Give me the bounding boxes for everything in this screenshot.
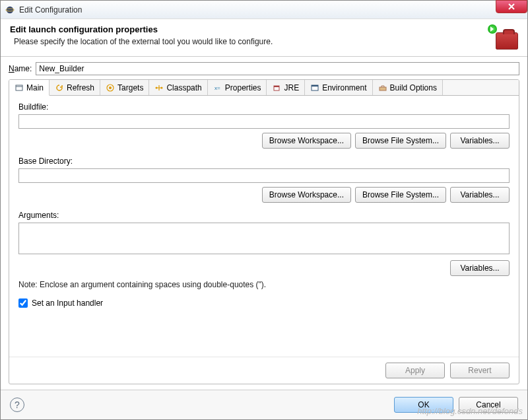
input-handler-label: Set an Input handler bbox=[32, 298, 103, 308]
main-tab-icon bbox=[15, 83, 24, 92]
tab-properties[interactable]: x= Properties bbox=[208, 80, 267, 95]
tab-main[interactable]: Main bbox=[9, 80, 50, 96]
arguments-label: Arguments: bbox=[18, 211, 510, 220]
tab-classpath[interactable]: Classpath bbox=[149, 80, 207, 95]
header-subtitle: Please specify the location of the exter… bbox=[14, 37, 485, 46]
basedir-input[interactable] bbox=[18, 168, 510, 183]
header-title: Edit launch configuration properties bbox=[10, 24, 485, 34]
dialog-window: Edit Configuration Edit launch configura… bbox=[0, 0, 528, 420]
basedir-label: Base Directory: bbox=[18, 157, 510, 166]
tab-targets[interactable]: Targets bbox=[100, 80, 149, 95]
basedir-browse-filesystem-button[interactable]: Browse File System... bbox=[355, 187, 446, 203]
basedir-browse-workspace-button[interactable]: Browse Workspace... bbox=[262, 187, 351, 203]
window-title: Edit Configuration bbox=[19, 5, 82, 15]
refresh-icon bbox=[55, 83, 64, 92]
jre-icon bbox=[272, 83, 281, 92]
tab-folder: Main Refresh Targets Classpath x= Proper… bbox=[9, 79, 519, 384]
titlebar: Edit Configuration bbox=[1, 1, 527, 19]
cancel-button[interactable]: Cancel bbox=[459, 397, 518, 413]
external-tools-icon bbox=[492, 26, 518, 50]
classpath-icon bbox=[154, 83, 164, 92]
arguments-note: Note: Enclose an argument containing spa… bbox=[18, 280, 510, 289]
targets-icon bbox=[106, 83, 115, 92]
tab-build-options[interactable]: Build Options bbox=[373, 80, 443, 95]
close-button[interactable] bbox=[496, 0, 527, 13]
toolbox-icon bbox=[496, 32, 518, 50]
build-options-icon bbox=[378, 83, 387, 92]
tab-environment[interactable]: Environment bbox=[305, 80, 372, 95]
tab-jre[interactable]: JRE bbox=[267, 80, 305, 95]
arguments-variables-button[interactable]: Variables... bbox=[450, 260, 510, 276]
main-tab-content: Buildfile: Browse Workspace... Browse Fi… bbox=[9, 96, 519, 357]
name-input[interactable] bbox=[36, 62, 519, 75]
help-button[interactable]: ? bbox=[10, 398, 24, 412]
arguments-input[interactable] bbox=[18, 223, 510, 254]
svg-point-0 bbox=[7, 6, 14, 13]
svg-rect-12 bbox=[312, 85, 318, 87]
apply-revert-row: Apply Revert bbox=[9, 357, 519, 384]
svg-point-7 bbox=[161, 87, 163, 88]
name-label: Name: bbox=[9, 64, 32, 73]
ok-button[interactable]: OK bbox=[394, 397, 453, 413]
revert-button[interactable]: Revert bbox=[450, 363, 510, 378]
apply-button[interactable]: Apply bbox=[385, 363, 445, 378]
basedir-variables-button[interactable]: Variables... bbox=[450, 187, 510, 203]
name-row: Name: bbox=[9, 62, 519, 75]
tabs: Main Refresh Targets Classpath x= Proper… bbox=[9, 80, 519, 96]
svg-point-6 bbox=[156, 87, 158, 88]
buildfile-input[interactable] bbox=[18, 114, 510, 129]
footer: ? OK Cancel bbox=[1, 390, 527, 419]
properties-icon: x= bbox=[213, 83, 222, 92]
header: Edit launch configuration properties Ple… bbox=[1, 19, 527, 57]
tab-refresh[interactable]: Refresh bbox=[50, 80, 100, 95]
buildfile-label: Buildfile: bbox=[18, 102, 510, 112]
input-handler-checkbox[interactable] bbox=[18, 298, 28, 308]
buildfile-browse-filesystem-button[interactable]: Browse File System... bbox=[355, 133, 446, 149]
svg-rect-10 bbox=[274, 86, 279, 87]
buildfile-variables-button[interactable]: Variables... bbox=[450, 133, 510, 149]
environment-icon bbox=[310, 83, 319, 92]
svg-rect-2 bbox=[16, 85, 22, 90]
svg-text:x=: x= bbox=[214, 85, 220, 91]
eclipse-icon bbox=[5, 5, 15, 15]
buildfile-browse-workspace-button[interactable]: Browse Workspace... bbox=[262, 133, 351, 149]
svg-point-5 bbox=[109, 87, 112, 89]
svg-rect-13 bbox=[380, 87, 386, 90]
